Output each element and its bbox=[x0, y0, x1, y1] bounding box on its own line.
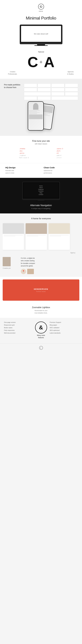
features-col-right: Premium Support Blog pages W3C-validated… bbox=[50, 322, 78, 334]
strip-card-content bbox=[49, 234, 70, 250]
features-col-left: One-page version Responsive grid Button … bbox=[4, 322, 32, 334]
premade-text: Pre-made portfolios to choose from bbox=[4, 84, 21, 89]
alt-nav-desc: A unique way of navigating. bbox=[3, 208, 79, 210]
strip-card-header bbox=[26, 223, 47, 234]
dark-laptop-base bbox=[36, 201, 46, 201]
premade-content: Pre-made portfolios to choose from bbox=[4, 84, 78, 100]
premade-cell bbox=[38, 96, 51, 100]
phone-text bbox=[29, 111, 37, 112]
helper-col-left: .shadow .box .white .lighter font-size-3 bbox=[19, 148, 29, 159]
laptop-mockup: We make vibrant stuff bbox=[20, 24, 62, 46]
phone-text bbox=[29, 110, 40, 111]
card-line bbox=[4, 235, 23, 235]
nav-item-about: About bbox=[38, 187, 44, 188]
feature-item: Well documented bbox=[4, 332, 32, 334]
feature-item: One-page version bbox=[4, 322, 32, 323]
laptop-screen-inner: We make vibrant stuff bbox=[21, 26, 61, 42]
helper-item: .dark bbox=[56, 150, 63, 152]
card-line bbox=[4, 236, 15, 236]
premade-cell bbox=[51, 84, 64, 87]
laptop-screen-text: We make vibrant stuff bbox=[34, 33, 48, 35]
footer-icon: n bbox=[3, 346, 79, 350]
everyone-section: A home for everyone Agency bbox=[0, 214, 82, 256]
creative-right: I'm Arin, a digital dewho creates lastin… bbox=[21, 257, 79, 274]
premade-cell bbox=[65, 92, 78, 96]
nav-item-home: Home bbox=[38, 185, 44, 186]
agencies-label: Agencies& Studios. bbox=[67, 71, 74, 75]
clean-code-col: Clean Code Optimized forperformance. bbox=[44, 166, 77, 174]
features-section: One-page version Responsive grid Button … bbox=[0, 318, 82, 344]
nav-item-contact: Contact bbox=[38, 194, 44, 195]
laptop-screen-outer: We make vibrant stuff bbox=[20, 24, 62, 43]
dark-nav-list: Home About Features Portfolio Blog Conta… bbox=[38, 185, 44, 195]
ampersand-symbol: & bbox=[39, 324, 43, 331]
strip-card-3 bbox=[49, 223, 70, 250]
alt-nav-title: Alternate Navigation bbox=[3, 204, 79, 207]
red-card-subtitle: Portfolio Studio bbox=[34, 291, 48, 292]
feature-item: Button styles bbox=[4, 327, 32, 328]
hq-design-col: HQ Design Intended withusers in mind. bbox=[5, 166, 38, 174]
premade-cell bbox=[65, 88, 78, 92]
strip-card-header bbox=[3, 223, 24, 234]
features-grid: One-page version Responsive grid Button … bbox=[4, 322, 78, 339]
laptop-base bbox=[34, 45, 48, 46]
feature-item: SEO-optimized bbox=[50, 330, 78, 331]
premade-cell bbox=[65, 84, 78, 87]
lightbox-section: Zoomable Lightbox Homemade for yourmost … bbox=[0, 304, 82, 318]
letter-a: A bbox=[44, 55, 54, 69]
helper-item: .h3 bbox=[56, 152, 63, 154]
thumb-rect bbox=[27, 269, 34, 274]
premade-cell bbox=[38, 84, 51, 87]
nav-item-blog: Blog bbox=[38, 192, 44, 194]
logo-icon bbox=[40, 6, 42, 8]
premade-cell bbox=[38, 88, 51, 92]
phone-portrait bbox=[33, 103, 38, 110]
hq-design-desc: Intended withusers in mind. bbox=[5, 170, 38, 174]
logo-text: nevo bbox=[3, 10, 79, 12]
strip-card-content bbox=[26, 234, 47, 250]
feature-item: Responsive grid bbox=[4, 324, 32, 326]
phone-image bbox=[29, 114, 43, 119]
helper-col-right: .space-3 .dark .h3 .pad-4 .n-h-3 bbox=[56, 148, 63, 159]
feature-item: Fully responsive bbox=[4, 330, 32, 331]
card-line bbox=[27, 235, 46, 235]
phones-section bbox=[0, 103, 82, 136]
lightbox-title: Zoomable Lightbox bbox=[3, 306, 79, 309]
red-card-title: HENDERSON bbox=[34, 288, 48, 290]
creative-thumbnails: 📍 bbox=[21, 269, 79, 274]
helper-item: .space-3 bbox=[56, 148, 63, 150]
main-title-section: Minimal Portfolio bbox=[0, 14, 82, 23]
strip-card-header bbox=[49, 223, 70, 234]
strip-card-2 bbox=[26, 223, 47, 250]
helper-item: .box bbox=[19, 150, 29, 152]
red-portfolio-card: HENDERSON Portfolio Studio bbox=[3, 280, 79, 301]
premade-cell bbox=[24, 84, 37, 87]
phone-text bbox=[29, 112, 40, 113]
strip-card-1 bbox=[3, 223, 24, 250]
helper-item: .pad-4 bbox=[56, 154, 63, 156]
creative-bio: I'm Arin, a digital dewho creates lastin… bbox=[21, 257, 79, 267]
agency-row: Agency bbox=[3, 251, 79, 254]
helper-item: .white bbox=[19, 152, 29, 154]
footer-logo-icon: n bbox=[39, 346, 43, 350]
thumb-emoji: 📍 bbox=[21, 269, 26, 274]
ca-plus: + bbox=[39, 59, 43, 65]
ca-labels: CreativeProfessionals. Agencies& Studios… bbox=[3, 71, 79, 75]
premade-cell bbox=[51, 92, 64, 96]
logo-circle bbox=[38, 4, 44, 10]
helper-item: .lighter bbox=[19, 154, 29, 156]
nav-item-features: Features bbox=[38, 189, 44, 190]
lightbox-desc: Homemade for yourmost detailed shots. bbox=[3, 310, 79, 314]
helper-item: font-size-3 bbox=[19, 157, 29, 158]
premade-cell bbox=[24, 88, 37, 92]
helper-subtitle: with helper classes bbox=[5, 143, 77, 145]
mockup-strip bbox=[3, 222, 79, 251]
premade-cell bbox=[24, 92, 51, 96]
creative-left: Creative pro bbox=[3, 257, 19, 269]
red-card-inner: HENDERSON Portfolio Studio bbox=[34, 288, 48, 292]
clean-code-title: Clean Code bbox=[44, 166, 77, 169]
features-center: & Many morefeatures bbox=[35, 322, 47, 339]
dark-screen-outer: Home About Features Portfolio Blog Conta… bbox=[22, 182, 60, 199]
dark-laptop-bottom bbox=[22, 199, 60, 200]
phone-text bbox=[29, 114, 37, 114]
